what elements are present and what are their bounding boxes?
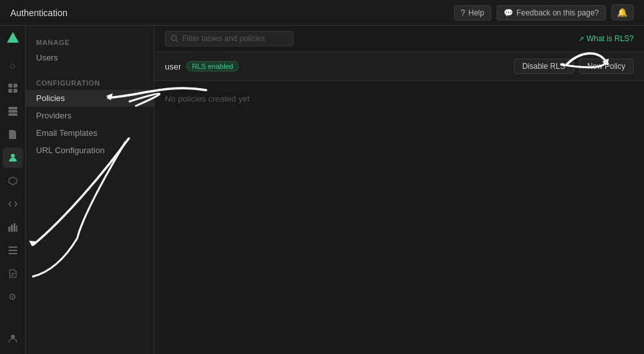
auth-icon[interactable]: [3, 147, 23, 168]
list-icon[interactable]: [3, 240, 23, 261]
table-actions: Disable RLS New Policy: [514, 59, 634, 74]
bell-icon: 🔔: [617, 8, 628, 17]
svg-rect-15: [8, 253, 17, 254]
document-icon[interactable]: [3, 124, 23, 145]
storage-icon[interactable]: [3, 101, 23, 122]
settings-icon[interactable]: ⚙: [3, 286, 23, 307]
svg-rect-7: [8, 113, 17, 116]
main-layout: ⌂: [0, 26, 644, 354]
content-area: ↗ What is RLS? user RLS enabled Disable …: [155, 26, 644, 354]
sidebar-item-policies[interactable]: Policies: [26, 89, 154, 107]
search-icon: [171, 35, 178, 42]
feedback-icon: 💬: [504, 8, 513, 17]
search-input[interactable]: [182, 34, 285, 43]
svg-rect-3: [8, 89, 12, 93]
svg-point-19: [171, 35, 176, 41]
svg-rect-10: [11, 225, 13, 232]
svg-rect-13: [8, 247, 17, 248]
help-icon: ?: [461, 8, 466, 17]
svg-rect-6: [8, 110, 17, 113]
svg-rect-5: [8, 107, 17, 109]
file-icon[interactable]: [3, 263, 23, 284]
user-profile-icon[interactable]: [3, 328, 23, 349]
svg-rect-9: [8, 227, 10, 232]
app-logo[interactable]: [6, 31, 20, 47]
top-bar-actions: ? Help 💬 Feedback on this page? 🔔: [454, 5, 634, 21]
svg-point-18: [11, 335, 15, 339]
svg-rect-14: [8, 250, 17, 251]
box-icon[interactable]: [3, 171, 23, 191]
svg-rect-1: [8, 84, 12, 88]
empty-state: No policies created yet: [155, 81, 644, 116]
configuration-section-label: Configuration: [26, 74, 154, 89]
svg-rect-12: [16, 225, 17, 232]
sidebar-item-url-configuration[interactable]: URL Configuration: [26, 142, 154, 159]
notification-button[interactable]: 🔔: [611, 5, 634, 21]
svg-marker-0: [6, 32, 18, 43]
help-button[interactable]: ? Help: [454, 5, 491, 21]
external-link-icon: ↗: [578, 35, 584, 43]
feedback-button[interactable]: 💬 Feedback on this page?: [497, 5, 606, 21]
table-icon[interactable]: [3, 78, 23, 98]
new-policy-button[interactable]: New Policy: [579, 59, 634, 74]
svg-rect-11: [14, 223, 15, 232]
home-icon[interactable]: ⌂: [3, 55, 23, 75]
page-title: Authentication: [10, 8, 449, 18]
top-bar: Authentication ? Help 💬 Feedback on this…: [0, 0, 644, 26]
nav-sidebar: Manage Users Configuration Policies Prov…: [26, 26, 155, 354]
sidebar-item-email-templates[interactable]: Email Templates: [26, 124, 154, 142]
disable-rls-button[interactable]: Disable RLS: [514, 59, 574, 74]
svg-rect-4: [14, 89, 17, 93]
table-name: user: [165, 62, 181, 71]
sidebar-item-users[interactable]: Users: [26, 49, 154, 66]
manage-section-label: Manage: [26, 33, 154, 49]
code-icon[interactable]: [3, 194, 23, 214]
rls-badge: RLS enabled: [186, 61, 239, 71]
bar-chart-icon[interactable]: [3, 217, 23, 238]
icon-sidebar: ⌂: [0, 26, 26, 354]
svg-line-20: [176, 41, 178, 42]
search-wrap: [165, 31, 294, 46]
sidebar-item-providers[interactable]: Providers: [26, 107, 154, 124]
table-row: user RLS enabled Disable RLS New Policy: [155, 52, 644, 81]
content-toolbar: ↗ What is RLS?: [155, 26, 644, 52]
what-is-rls-link[interactable]: ↗ What is RLS?: [578, 34, 634, 43]
svg-point-8: [11, 154, 15, 158]
svg-rect-2: [14, 84, 17, 88]
